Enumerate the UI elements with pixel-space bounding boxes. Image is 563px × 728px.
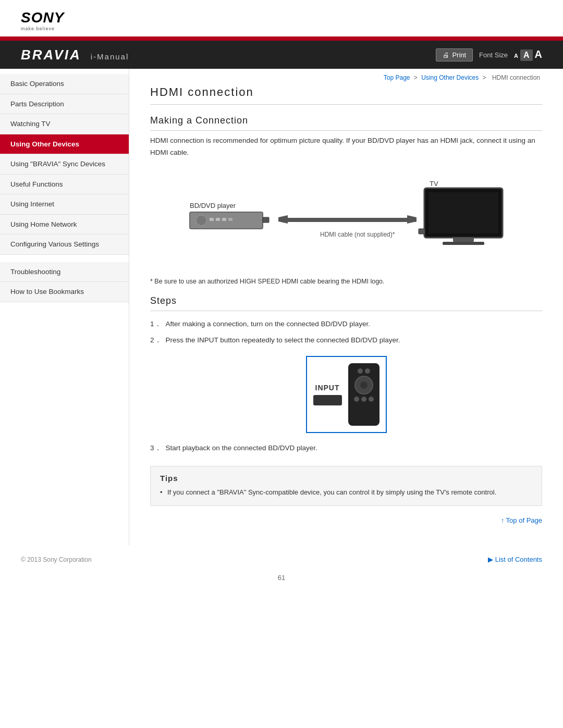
breadcrumb-current: HDMI connection [492,74,540,81]
sidebar-label-using-home-network: Using Home Network [10,220,77,228]
font-size-label: Font Size [479,51,508,59]
remote-input-btn [313,395,342,405]
sidebar-label-using-other-devices: Using Other Devices [10,140,79,148]
step-1-num: 1． [150,318,162,330]
tv-hdmi-port [419,229,425,234]
bd-label: BD/DVD player [190,202,236,209]
bd-btn3 [222,218,226,221]
bd-btn2 [216,218,220,221]
sidebar: Basic Operations Parts Description Watch… [0,69,129,545]
breadcrumb-sep2: > [483,74,486,81]
sidebar-item-using-home-network[interactable]: Using Home Network [0,215,129,235]
footer-links: ↑ Top of Page [150,516,542,524]
breadcrumb: Top Page > Using Other Devices > HDMI co… [150,69,542,85]
breadcrumb-using-other-devices[interactable]: Using Other Devices [421,74,479,81]
steps-list-continued: 3． Start playback on the connected BD/DV… [150,440,542,456]
bd-hdmi-port [263,217,269,223]
print-icon: 🖨 [443,51,449,59]
remote-bottom-btns [354,397,374,402]
font-small-button[interactable]: A [514,53,518,59]
step-3: 3． Start playback on the connected BD/DV… [150,440,542,456]
sidebar-label-troubleshooting: Troubleshooting [10,268,60,276]
remote-btn-4 [361,397,366,402]
hdmi-diagram-svg: TV BD/DVD player [174,177,518,260]
remote-top-btns [358,368,370,374]
intro-text: HDMI connection is recommended for optim… [150,135,542,159]
page-number: 61 [0,569,563,592]
sony-logo: SONY make.believe [21,9,542,31]
cable-label: HDMI cable (not supplied)* [320,231,395,238]
page-title: HDMI connection [150,85,542,105]
sidebar-label-how-to-use-bookmarks: How to Use Bookmarks [10,288,84,295]
sidebar-item-using-internet[interactable]: Using Internet [0,194,129,215]
right-arrow [407,215,417,224]
connection-diagram: TV BD/DVD player [150,168,542,268]
content-area: Top Page > Using Other Devices > HDMI co… [129,69,563,545]
bottom-bar: © 2013 Sony Corporation ▶ List of Conten… [0,545,563,569]
sidebar-item-how-to-use-bookmarks[interactable]: How to Use Bookmarks [0,282,129,302]
remote-btn-3 [354,397,359,402]
sidebar-label-configuring-settings: Configuring Various Settings [10,240,99,248]
remote-box: INPUT [306,356,387,433]
tv-screen [429,192,498,233]
bravia-title: BRAVIA [21,47,81,63]
remote-input-section: INPUT [313,384,342,405]
imanual-label: i-Manual [91,52,129,61]
font-large-button[interactable]: A [535,48,542,60]
hdmi-cable [286,218,417,222]
sidebar-label-parts-description: Parts Description [10,100,64,108]
tips-heading: Tips [160,474,532,483]
section-heading-making-connection: Making a Connection [150,115,542,131]
remote-btn-5 [369,397,374,402]
remote-diagram: INPUT [150,356,542,433]
remote-btn-1 [358,368,363,374]
step-2-text: Press the INPUT button repeatedly to sel… [166,335,400,347]
remote-body [348,363,380,426]
remote-dpad-center [360,381,368,389]
sidebar-item-configuring-settings[interactable]: Configuring Various Settings [0,235,129,255]
sidebar-item-troubleshooting[interactable]: Troubleshooting [0,262,129,282]
bd-btn1 [210,218,214,221]
breadcrumb-top-page[interactable]: Top Page [384,74,410,81]
font-size-buttons: A A A [514,48,542,61]
remote-btn-2 [365,368,370,374]
steps-list: 1． After making a connection, turn on th… [150,316,542,349]
bd-disc [196,215,206,226]
sidebar-label-bravia-sync: Using "BRAVIA" Sync Devices [10,160,105,168]
step-2-num: 2． [150,335,162,347]
tv-stand [453,238,474,242]
sidebar-label-useful-functions: Useful Functions [10,180,63,188]
main-layout: Basic Operations Parts Description Watch… [0,69,563,545]
sidebar-item-bravia-sync[interactable]: Using "BRAVIA" Sync Devices [0,154,129,175]
sidebar-label-basic-operations: Basic Operations [10,80,64,88]
print-button[interactable]: 🖨 Print [436,48,473,61]
sidebar-label-watching-tv: Watching TV [10,120,51,128]
step-1: 1． After making a connection, turn on th… [150,316,542,332]
tv-label: TV [430,180,438,188]
step-2: 2． Press the INPUT button repeatedly to … [150,332,542,349]
sidebar-item-useful-functions[interactable]: Useful Functions [0,175,129,195]
section-heading-steps: Steps [150,295,542,311]
breadcrumb-sep1: > [414,74,418,81]
title-bar-right: 🖨 Print Font Size A A A [436,48,542,61]
sidebar-item-using-other-devices[interactable]: Using Other Devices [0,134,129,155]
top-of-page-link[interactable]: ↑ Top of Page [501,516,542,524]
tv-base [443,242,484,245]
title-bar: BRAVIA i-Manual 🖨 Print Font Size A A A [0,41,563,69]
step-3-num: 3． [150,442,162,454]
remote-dpad [354,376,373,394]
tips-text: If you connect a "BRAVIA" Sync-compatibl… [160,487,532,498]
sony-header: SONY make.believe [0,0,563,36]
bd-btn4 [228,218,232,221]
sony-logo-text: SONY [21,9,64,26]
red-banner [0,36,563,41]
title-bar-left: BRAVIA i-Manual [21,47,129,63]
print-label: Print [452,51,466,59]
sidebar-item-watching-tv[interactable]: Watching TV [0,114,129,134]
step-1-text: After making a connection, turn on the c… [166,318,370,330]
sidebar-item-basic-operations[interactable]: Basic Operations [0,74,129,94]
list-of-contents-link[interactable]: ▶ List of Contents [488,556,542,563]
sidebar-label-using-internet: Using Internet [10,200,54,208]
font-medium-button[interactable]: A [520,50,533,61]
sidebar-item-parts-description[interactable]: Parts Description [0,94,129,115]
